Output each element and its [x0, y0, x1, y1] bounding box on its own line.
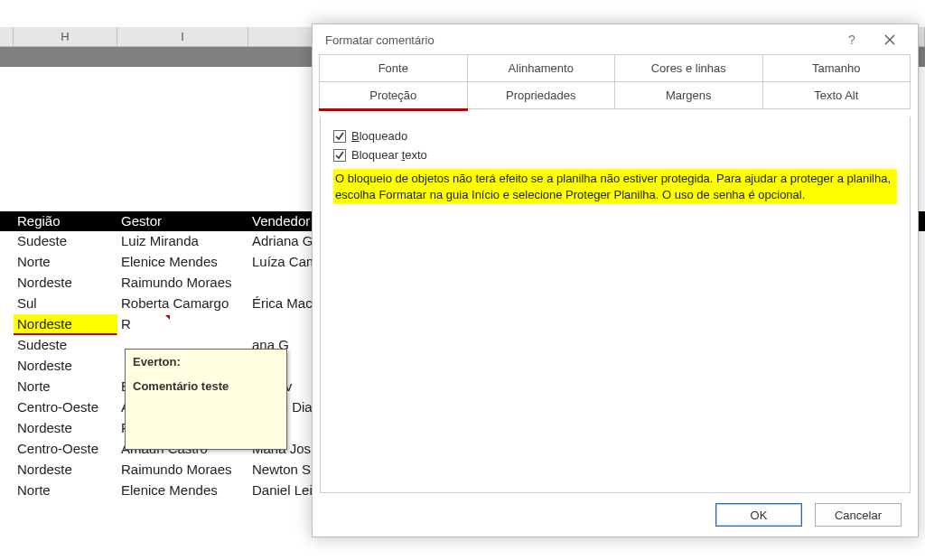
tab-propriedades[interactable]: Propriedades [467, 81, 616, 109]
cell-regiao[interactable]: Norte [14, 481, 117, 501]
dialog-title: Formatar comentário [325, 33, 833, 47]
cell-gestor[interactable]: R [117, 314, 248, 335]
cell-regiao[interactable]: Norte [14, 252, 117, 273]
cell-regiao[interactable]: Nordeste [14, 314, 117, 335]
close-icon [884, 34, 895, 45]
dialog-titlebar[interactable]: Formatar comentário ? [313, 24, 918, 55]
cell-regiao[interactable]: Centro-Oeste [14, 439, 117, 460]
cell-regiao[interactable]: Norte [14, 377, 117, 397]
checkbox-bloqueado[interactable]: Bloqueado [333, 129, 897, 143]
cell-regiao[interactable]: Sudeste [14, 335, 117, 356]
checkbox-label: Bloquear texto [351, 148, 427, 162]
header-regiao[interactable]: Região [14, 211, 117, 231]
protection-note: O bloqueio de objetos não terá efeito se… [333, 169, 897, 204]
checkbox-bloquear-texto[interactable]: Bloquear texto [333, 148, 897, 162]
tab-alinhamento[interactable]: Alinhamento [467, 54, 616, 82]
col-header-i[interactable]: I [117, 27, 248, 46]
tab-protecao[interactable]: Proteção [319, 81, 468, 109]
tab-margens[interactable]: Margens [614, 81, 763, 109]
cell-gestor[interactable]: Raimundo Moraes [117, 273, 248, 294]
dialog-footer: OK Cancelar [313, 493, 918, 537]
format-comment-dialog: Formatar comentário ? Fonte Alinhamento … [312, 23, 919, 537]
header-gestor[interactable]: Gestor [117, 211, 248, 231]
close-button[interactable] [871, 26, 909, 53]
cell-regiao[interactable]: Nordeste [14, 460, 117, 481]
cell-gestor[interactable]: Roberta Camargo [117, 294, 248, 314]
cell-regiao[interactable]: Sul [14, 294, 117, 314]
cell-gestor[interactable]: Elenice Mendes [117, 481, 248, 501]
tab-textoalt[interactable]: Texto Alt [762, 81, 911, 109]
comment-author: Everton: [133, 355, 279, 369]
tab-cores[interactable]: Cores e linhas [614, 54, 763, 82]
tab-fonte[interactable]: Fonte [319, 54, 468, 82]
cell-regiao[interactable]: Nordeste [14, 418, 117, 439]
cell-gestor[interactable]: Elenice Mendes [117, 252, 248, 273]
help-button[interactable]: ? [833, 26, 871, 53]
col-header-g[interactable] [0, 27, 14, 46]
cell-gestor[interactable]: Raimundo Moraes [117, 460, 248, 481]
comment-popup[interactable]: Everton: Comentário teste [125, 349, 287, 450]
cell-regiao[interactable]: Centro-Oeste [14, 397, 117, 418]
tab-tamanho[interactable]: Tamanho [762, 54, 911, 82]
col-header-h[interactable]: H [14, 27, 117, 46]
cell-gestor[interactable]: Luiz Miranda [117, 231, 248, 252]
comment-body: Comentário teste [133, 379, 229, 393]
ok-button[interactable]: OK [715, 503, 802, 527]
dialog-tabs: Fonte Alinhamento Cores e linhas Tamanho… [320, 55, 911, 109]
cell-regiao[interactable]: Nordeste [14, 273, 117, 294]
checkbox-icon [333, 149, 346, 162]
tab-body-protecao: Bloqueado Bloquear texto O bloqueio de o… [320, 117, 911, 493]
cell-regiao[interactable]: Sudeste [14, 231, 117, 252]
checkbox-icon [333, 130, 346, 143]
cancel-button[interactable]: Cancelar [815, 503, 902, 527]
cell-regiao[interactable]: Nordeste [14, 356, 117, 377]
checkbox-label: Bloqueado [351, 129, 407, 143]
